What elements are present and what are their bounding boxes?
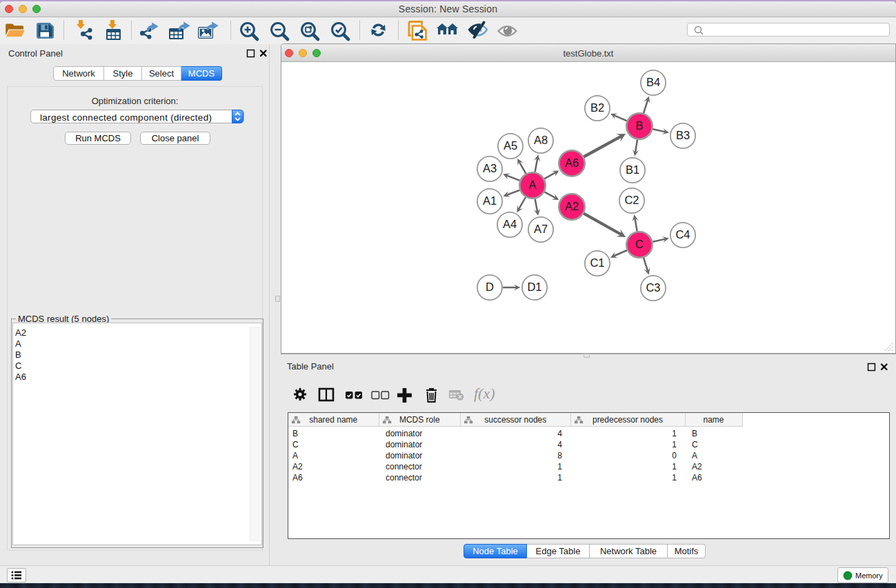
svg-text:A: A — [528, 179, 536, 191]
svg-text:D1: D1 — [527, 281, 541, 293]
svg-text:B1: B1 — [626, 163, 639, 176]
svg-text:B: B — [635, 119, 643, 132]
svg-text:Memory: Memory — [855, 571, 883, 580]
svg-text:A5: A5 — [504, 139, 517, 152]
svg-text:B3: B3 — [676, 129, 690, 141]
svg-text:C: C — [635, 238, 644, 250]
svg-text:B2: B2 — [590, 101, 604, 114]
svg-text:A1: A1 — [483, 194, 497, 207]
svg-text:A7: A7 — [534, 223, 548, 235]
svg-text:A2: A2 — [565, 200, 579, 212]
svg-text:C4: C4 — [675, 228, 690, 241]
svg-text:A8: A8 — [534, 134, 548, 146]
svg-text:A3: A3 — [483, 162, 497, 174]
svg-text:D: D — [486, 281, 494, 293]
svg-text:B4: B4 — [646, 76, 660, 88]
svg-text:f(x): f(x) — [474, 385, 495, 402]
svg-text:A4: A4 — [503, 218, 517, 230]
svg-text:C3: C3 — [646, 281, 660, 294]
svg-text:C2: C2 — [624, 194, 639, 206]
svg-text:A6: A6 — [565, 156, 579, 169]
svg-text:C1: C1 — [590, 256, 604, 269]
